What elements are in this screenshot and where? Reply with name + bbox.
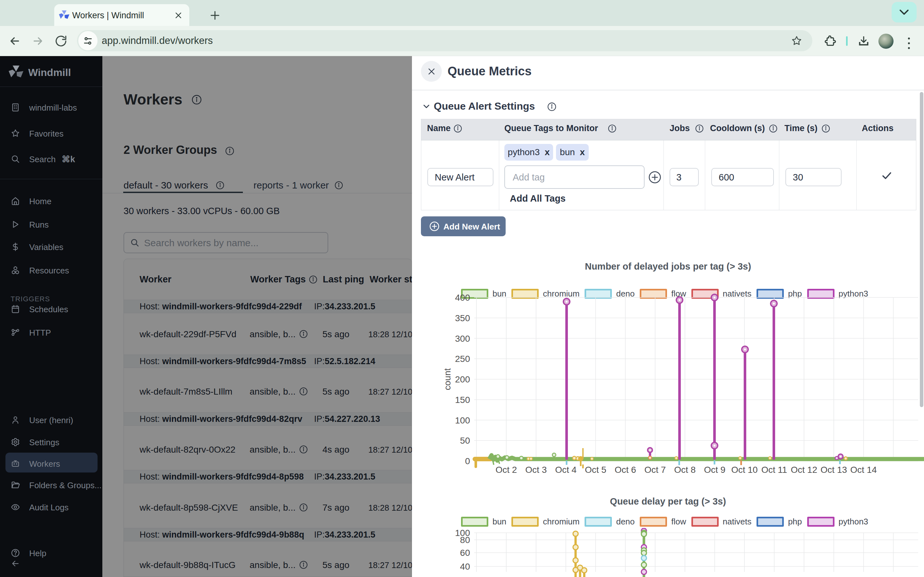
svg-text:Oct 5: Oct 5 — [585, 465, 606, 475]
svg-text:400: 400 — [455, 293, 470, 303]
svg-text:300: 300 — [455, 334, 470, 343]
svg-text:60: 60 — [460, 548, 470, 558]
svg-text:Oct 4: Oct 4 — [555, 465, 577, 475]
svg-text:Oct 2: Oct 2 — [496, 465, 517, 475]
svg-text:Oct 3: Oct 3 — [525, 465, 547, 475]
svg-text:150: 150 — [455, 395, 470, 405]
svg-text:Oct 9: Oct 9 — [704, 465, 725, 475]
svg-text:80: 80 — [460, 535, 470, 545]
svg-text:count: count — [443, 368, 452, 390]
svg-text:Oct 7: Oct 7 — [645, 465, 666, 475]
svg-text:Oct 14: Oct 14 — [850, 465, 877, 475]
svg-text:Oct 10: Oct 10 — [731, 465, 758, 475]
svg-text:0: 0 — [465, 456, 470, 466]
svg-text:250: 250 — [455, 354, 470, 364]
svg-text:50: 50 — [460, 436, 470, 446]
svg-text:100: 100 — [455, 416, 470, 425]
svg-text:Oct 13: Oct 13 — [821, 465, 847, 475]
svg-text:Oct 11: Oct 11 — [761, 465, 787, 475]
svg-text:Oct 12: Oct 12 — [791, 465, 817, 475]
svg-text:350: 350 — [455, 313, 470, 323]
svg-text:Oct 8: Oct 8 — [674, 465, 696, 475]
svg-text:40: 40 — [460, 562, 470, 572]
svg-text:Oct 6: Oct 6 — [615, 465, 636, 475]
svg-text:200: 200 — [455, 374, 470, 384]
